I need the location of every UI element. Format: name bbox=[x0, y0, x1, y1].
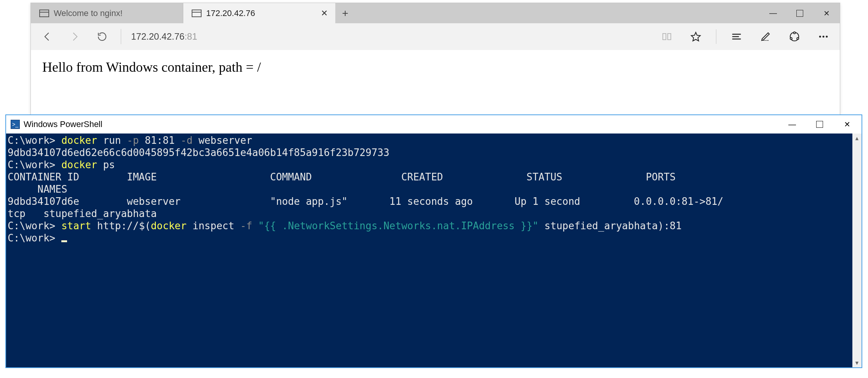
ps-output: 9dbd34107d6e webserver "node app.js" 11 … bbox=[8, 196, 723, 207]
ps-flag: -p bbox=[127, 135, 139, 146]
notes-icon[interactable] bbox=[757, 31, 774, 42]
svg-point-1 bbox=[794, 32, 796, 34]
ps-string: "{{ .NetworkSettings.Networks.nat.IPAddr… bbox=[258, 220, 539, 232]
ps-arg: http://$( bbox=[91, 220, 151, 232]
forward-button[interactable] bbox=[66, 31, 83, 42]
ps-arg: stupefied_aryabhata):81 bbox=[538, 220, 682, 232]
tab-inactive-nginx[interactable]: Welcome to nginx! bbox=[31, 3, 183, 23]
powershell-terminal[interactable]: C:\work> docker run -p 81:81 -d webserve… bbox=[6, 134, 862, 367]
svg-point-2 bbox=[790, 38, 792, 40]
minimize-button[interactable]: — bbox=[760, 3, 786, 23]
scroll-up-icon[interactable]: ▲ bbox=[852, 134, 862, 143]
ps-flag: -d bbox=[181, 135, 192, 146]
scroll-down-icon[interactable]: ▼ bbox=[852, 358, 862, 367]
ps-arg: inspect bbox=[187, 220, 240, 232]
powershell-window-controls: — ✕ bbox=[788, 120, 857, 129]
ps-arg bbox=[252, 220, 258, 232]
cursor bbox=[61, 240, 67, 242]
separator bbox=[716, 29, 716, 44]
close-button[interactable]: ✕ bbox=[842, 120, 852, 129]
page-icon bbox=[39, 10, 49, 17]
ps-output: tcp stupefied_aryabhata bbox=[8, 208, 157, 219]
back-button[interactable] bbox=[38, 31, 56, 42]
maximize-button[interactable] bbox=[815, 121, 824, 128]
address-port: :81 bbox=[184, 31, 197, 42]
separator bbox=[121, 29, 121, 44]
svg-point-6 bbox=[826, 36, 828, 38]
hub-icon[interactable] bbox=[728, 31, 745, 42]
ps-arg: run bbox=[97, 135, 127, 146]
powershell-icon: >_ bbox=[11, 120, 20, 129]
powershell-titlebar[interactable]: >_ Windows PowerShell — ✕ bbox=[6, 115, 862, 134]
ps-cmd: start bbox=[61, 220, 91, 232]
svg-point-5 bbox=[823, 36, 825, 38]
navigation-bar: 172.20.42.76:81 bbox=[31, 23, 840, 50]
favorites-star-icon[interactable] bbox=[687, 31, 705, 42]
powershell-window: >_ Windows PowerShell — ✕ C:\work> docke… bbox=[5, 114, 862, 368]
tab-active-ip[interactable]: 172.20.42.76 ✕ bbox=[183, 3, 336, 23]
ps-arg: ps bbox=[97, 159, 115, 171]
page-body-text: Hello from Windows container, path = / bbox=[42, 60, 261, 75]
share-icon[interactable] bbox=[786, 31, 803, 42]
close-button[interactable]: ✕ bbox=[813, 3, 840, 23]
tab-title: 172.20.42.76 bbox=[206, 8, 255, 18]
ps-output: NAMES bbox=[8, 183, 67, 195]
svg-point-4 bbox=[819, 36, 821, 38]
window-controls: — ✕ bbox=[760, 3, 840, 23]
powershell-title-text: Windows PowerShell bbox=[24, 119, 102, 129]
address-host: 172.20.42.76 bbox=[131, 31, 184, 42]
tab-bar: Welcome to nginx! 172.20.42.76 ✕ + — ✕ bbox=[31, 3, 840, 23]
maximize-button[interactable] bbox=[786, 3, 813, 23]
tab-title: Welcome to nginx! bbox=[54, 8, 123, 18]
page-icon bbox=[192, 10, 202, 17]
minimize-button[interactable]: — bbox=[788, 120, 797, 129]
ps-arg: webserver bbox=[192, 135, 252, 146]
ps-output: 9dbd34107d6ed62e66c6d0045895f42bc3a6651e… bbox=[8, 147, 389, 158]
ps-prompt: C:\work> bbox=[8, 135, 61, 146]
new-tab-button[interactable]: + bbox=[336, 7, 355, 19]
more-icon[interactable] bbox=[815, 31, 832, 42]
ps-prompt: C:\work> bbox=[8, 232, 61, 244]
toolbar-right bbox=[658, 29, 832, 44]
reading-view-icon[interactable] bbox=[658, 31, 676, 42]
ps-prompt: C:\work> bbox=[8, 220, 61, 232]
address-bar[interactable]: 172.20.42.76:81 bbox=[131, 31, 197, 42]
ps-cmd: docker bbox=[151, 220, 187, 232]
ps-prompt: C:\work> bbox=[8, 159, 61, 171]
refresh-button[interactable] bbox=[93, 31, 111, 42]
svg-point-3 bbox=[797, 38, 799, 40]
scrollbar[interactable]: ▲ ▼ bbox=[852, 134, 862, 367]
ps-arg: 81:81 bbox=[139, 135, 181, 146]
ps-cmd: docker bbox=[61, 135, 97, 146]
ps-flag: -f bbox=[240, 220, 252, 232]
close-icon[interactable]: ✕ bbox=[319, 7, 330, 20]
page-content: Hello from Windows container, path = / bbox=[31, 50, 840, 84]
ps-output: CONTAINER ID IMAGE COMMAND CREATED STATU… bbox=[8, 171, 676, 183]
ps-cmd: docker bbox=[61, 159, 97, 171]
